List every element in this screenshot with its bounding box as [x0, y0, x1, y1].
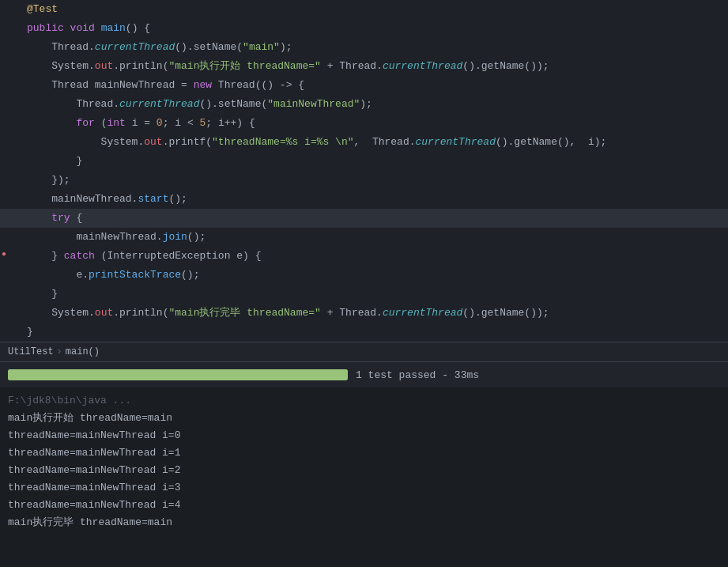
code-line: Thread.currentThread().setName("main");	[0, 38, 728, 57]
code-token: currentThread	[383, 60, 462, 72]
result-separator: -	[442, 369, 455, 381]
code-line: Thread mainNewThread = new Thread(() -> …	[0, 76, 728, 95]
code-token: ().setName(	[175, 41, 243, 53]
code-token: }	[27, 155, 82, 167]
code-token: (	[95, 117, 108, 129]
code-token: mainNewThread.	[27, 193, 138, 205]
code-token: "main执行开始 threadName="	[168, 60, 320, 72]
code-token: Thread(() -> {	[212, 79, 304, 91]
code-token: "threadName=%s i=%s \n"	[212, 136, 353, 148]
code-token: out	[95, 307, 113, 319]
breadcrumb-class[interactable]: UtilTest	[8, 346, 54, 357]
console-output-line: threadName=mainNewThread i=3	[8, 479, 720, 497]
code-token: public	[27, 22, 70, 34]
line-content: Thread mainNewThread = new Thread(() -> …	[24, 77, 728, 94]
code-token: out	[144, 136, 162, 148]
code-token	[27, 212, 51, 224]
line-content: Thread.currentThread().setName("main");	[24, 39, 728, 56]
console-output-line: main执行完毕 threadName=main	[8, 514, 720, 531]
code-token: System.	[27, 136, 144, 148]
test-result-bar: 1 test passed - 33ms	[0, 362, 728, 387]
code-token: );	[360, 98, 372, 110]
code-token: .println(	[113, 307, 168, 319]
code-token: Thread.	[27, 41, 95, 53]
code-line: }	[0, 152, 728, 171]
line-content: System.out.println("main执行完毕 threadName=…	[24, 304, 728, 322]
progress-bar-container	[8, 369, 348, 380]
code-token: ().getName());	[462, 307, 549, 319]
code-line: System.out.printf("threadName=%s i=%s \n…	[0, 133, 728, 152]
code-token: }	[27, 250, 64, 262]
code-token: printStackTrace	[89, 269, 181, 281]
code-line: e.printStackTrace();	[0, 266, 728, 285]
line-content: System.out.printf("threadName=%s i=%s \n…	[24, 134, 728, 151]
code-line: } catch (InterruptedException e) {	[0, 247, 728, 266]
line-content: e.printStackTrace();	[24, 266, 728, 284]
code-token: join	[163, 231, 187, 243]
code-token: }	[27, 326, 33, 338]
code-token: void	[70, 22, 101, 34]
code-line: });	[0, 171, 728, 190]
code-token: () {	[126, 22, 150, 34]
code-line: for (int i = 0; i < 5; i++) {	[0, 114, 728, 133]
console-output-line: threadName=mainNewThread i=1	[8, 444, 720, 462]
result-duration: 33ms	[455, 369, 479, 381]
line-content: }	[24, 285, 728, 303]
code-token: i =	[126, 117, 157, 129]
line-content: public void main() {	[24, 20, 728, 37]
code-line: System.out.println("main执行完毕 threadName=…	[0, 304, 728, 323]
code-token: ();	[181, 269, 199, 281]
console-area: F:\jdk8\bin\java ... main执行开始 threadName…	[0, 387, 728, 567]
code-token: Thread mainNewThread =	[27, 79, 194, 91]
code-token: + Thread.	[321, 307, 383, 319]
code-token: main	[101, 22, 126, 34]
console-output-line: threadName=mainNewThread i=2	[8, 462, 720, 479]
code-token	[27, 117, 76, 129]
code-token: e.	[27, 269, 89, 281]
breadcrumb-method[interactable]: main()	[66, 346, 100, 357]
code-token: .println(	[113, 60, 168, 72]
line-content: for (int i = 0; i < 5; i++) {	[24, 115, 728, 132]
line-content: mainNewThread.join();	[24, 229, 728, 246]
code-token: "main执行完毕 threadName="	[168, 307, 320, 319]
console-command: F:\jdk8\bin\java ...	[8, 392, 720, 410]
code-line: mainNewThread.start();	[0, 190, 728, 209]
code-token: Thread.	[27, 98, 119, 110]
code-token: currentThread	[95, 41, 175, 53]
line-content: } catch (InterruptedException e) {	[24, 248, 728, 265]
code-token: System.	[27, 307, 95, 319]
code-token: ().setName(	[199, 98, 267, 110]
progress-bar-fill	[8, 369, 348, 380]
code-token: "mainNewThread"	[267, 98, 360, 110]
code-token: start	[138, 193, 168, 205]
code-line: System.out.println("main执行开始 threadName=…	[0, 57, 728, 76]
code-token: "main"	[243, 41, 280, 53]
code-token: (InterruptedException e) {	[95, 250, 262, 262]
code-token: ().getName(), i);	[496, 136, 606, 148]
code-line: public void main() {	[0, 19, 728, 38]
code-token: ().getName());	[462, 60, 549, 72]
code-token: ();	[187, 231, 206, 243]
code-token: , Thread.	[354, 136, 416, 148]
breadcrumb-separator: ›	[57, 346, 62, 357]
code-editor[interactable]: @Testpublic void main() { Thread.current…	[0, 0, 728, 342]
code-token: .printf(	[163, 136, 212, 148]
code-token: mainNewThread.	[27, 231, 163, 243]
code-token: {	[70, 212, 83, 224]
breadcrumb-bar: UtilTest › main()	[0, 342, 728, 362]
code-token: currentThread	[416, 136, 496, 148]
line-content: mainNewThread.start();	[24, 191, 728, 208]
console-output-line: threadName=mainNewThread i=0	[8, 427, 720, 444]
code-token: System.	[27, 60, 95, 72]
code-token: });	[27, 174, 70, 186]
line-content: @Test	[24, 1, 728, 18]
code-token: 0	[157, 117, 163, 129]
code-token: );	[280, 41, 292, 53]
line-content: });	[24, 172, 728, 189]
code-line: mainNewThread.join();	[0, 228, 728, 247]
main-layout: @Testpublic void main() { Thread.current…	[0, 0, 728, 567]
line-content: Thread.currentThread().setName("mainNewT…	[24, 96, 728, 113]
code-token: catch	[64, 250, 95, 262]
code-line: }	[0, 285, 728, 304]
code-token: currentThread	[119, 98, 199, 110]
